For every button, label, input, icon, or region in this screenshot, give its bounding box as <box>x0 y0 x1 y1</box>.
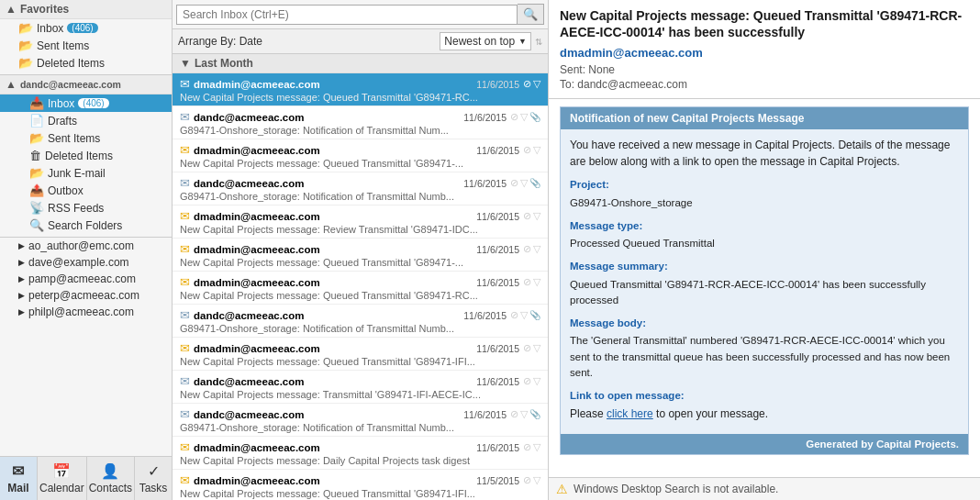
nav-btn-contacts[interactable]: 👤Contacts <box>87 457 135 500</box>
reminder-icon: ▽ <box>533 276 540 288</box>
email-action-icons: ⊘ ▽ <box>523 144 540 156</box>
email-to-meta: To: dandc@acmeeac.com <box>560 78 969 91</box>
email-list-item[interactable]: ✉ dmadmin@acmeeac.com 11/6/2015 ⊘ ▽ New … <box>173 338 548 371</box>
email-preview: New Capital Projects message: Queued Tra… <box>180 488 540 499</box>
nav-btn-calendar[interactable]: 📅Calendar <box>38 457 87 500</box>
email-sender: dmadmin@acmeeac.com <box>194 244 471 255</box>
email-list-item[interactable]: ✉ dmadmin@acmeeac.com 11/6/2015 ⊘ ▽ New … <box>173 437 548 470</box>
sidebar-item-other-account[interactable]: ▶dave@example.com <box>0 254 172 271</box>
arrange-bar: Arrange By: Date Newest on top ▼ ⇅ <box>173 29 548 54</box>
status-bar: ⚠ Windows Desktop Search is not availabl… <box>549 477 980 500</box>
email-date: 11/6/2015 <box>476 277 519 288</box>
email-preview: New Capital Projects message: Daily Capi… <box>180 455 540 466</box>
envelope-icon: ✉ <box>180 440 190 454</box>
sort-dropdown[interactable]: Newest on top ▼ <box>440 32 531 50</box>
sidebar-item-junk[interactable]: 📂 Junk E-mail <box>0 164 172 182</box>
search-input[interactable] <box>176 5 518 25</box>
link-value: Please click here to open your message. <box>570 406 959 422</box>
sidebar-item-sent-fav[interactable]: 📂 Sent Items <box>0 37 172 54</box>
notification-box: Notification of new Capital Projects Mes… <box>560 106 969 454</box>
email-list-item[interactable]: ✉ dandc@acmeeac.com 11/6/2015 ⊘ ▽ 📎 G894… <box>173 404 548 437</box>
inbox-icon: 📂 <box>18 21 33 35</box>
email-sender: dandc@acmeeac.com <box>194 178 458 189</box>
sidebar-item-outbox[interactable]: 📤 Outbox <box>0 182 172 199</box>
attachment-icon: 📎 <box>529 178 540 188</box>
search-bar: 🔍 <box>173 0 548 29</box>
envelope-icon: ✉ <box>180 176 190 190</box>
sidebar-item-other-account[interactable]: ▶ao_author@emc.com <box>0 238 172 254</box>
arrange-label: Arrange By: Date <box>178 35 262 48</box>
sidebar-item-inbox-fav[interactable]: 📂 Inbox (406) <box>0 19 172 37</box>
nav-btn-mail[interactable]: ✉Mail <box>0 457 38 500</box>
email-list-item[interactable]: ✉ dandc@acmeeac.com 11/6/2015 ⊘ ▽ New Ca… <box>173 371 548 404</box>
contacts-nav-icon: 👤 <box>101 462 119 480</box>
message-body-value: The 'General Transmittal' numbered 'G894… <box>570 333 959 381</box>
email-preview: New Capital Projects message: Transmitta… <box>180 389 540 400</box>
link-before: Please <box>570 407 607 420</box>
email-list-item[interactable]: ✉ dmadmin@acmeeac.com 11/6/2015 ⊘ ▽ New … <box>173 206 548 239</box>
sidebar-item-drafts[interactable]: 📄 Drafts <box>0 112 172 129</box>
search-button[interactable]: 🔍 <box>518 4 544 25</box>
project-value: G89471-Onshore_storage <box>570 195 959 211</box>
envelope-icon: ✉ <box>180 275 190 289</box>
sidebar-item-deleted-fav[interactable]: 📂 Deleted Items <box>0 54 172 72</box>
email-list-item[interactable]: ✉ dmadmin@acmeeac.com 11/6/2015 ⊘ ▽ New … <box>173 239 548 272</box>
notification-intro: You have received a new message in Capit… <box>570 137 959 170</box>
deleted-account-icon: 🗑 <box>29 149 41 162</box>
email-date: 11/6/2015 <box>476 343 519 354</box>
email-list-item[interactable]: ✉ dmadmin@acmeeac.com 11/6/2015 ⊘ ▽ New … <box>173 272 548 305</box>
attachment-icon: 📎 <box>529 112 540 122</box>
email-list-item[interactable]: ✉ dmadmin@acmeeac.com 11/6/2015 ⊘ ▽ New … <box>173 139 548 172</box>
email-list-item[interactable]: ✉ dandc@acmeeac.com 11/6/2015 ⊘ ▽ 📎 G894… <box>173 106 548 139</box>
email-date: 11/6/2015 <box>476 79 519 90</box>
sidebar-item-other-account[interactable]: ▶peterp@acmeeac.com <box>0 287 172 304</box>
flag-icon: ⊘ <box>510 177 518 189</box>
mail-nav-icon: ✉ <box>12 462 24 480</box>
flag-icon: ⊘ <box>510 309 518 321</box>
email-action-icons: ⊘ ▽ <box>523 375 540 387</box>
email-preview: G89471-Onshore_storage: Notification of … <box>180 191 540 202</box>
flag-icon: ⊘ <box>523 441 531 453</box>
envelope-icon: ✉ <box>180 308 190 322</box>
email-list-item[interactable]: ✉ dandc@acmeeac.com 11/6/2015 ⊘ ▽ 📎 G894… <box>173 305 548 338</box>
drafts-icon: 📄 <box>29 114 44 128</box>
reminder-icon: ▽ <box>520 111 528 123</box>
email-sender: dandc@acmeeac.com <box>194 112 458 123</box>
email-list-item[interactable]: ✉ dandc@acmeeac.com 11/6/2015 ⊘ ▽ 📎 G894… <box>173 172 548 206</box>
email-detail-panel: New Capital Projects message: Queued Tra… <box>549 0 980 500</box>
nav-section: ✉Mail📅Calendar👤Contacts✓Tasks <box>0 456 172 500</box>
sidebar-item-other-account[interactable]: ▶philpl@acmeeac.com <box>0 304 172 320</box>
favorites-header[interactable]: ▲ Favorites <box>0 0 172 19</box>
sidebar-item-rss[interactable]: 📡 RSS Feeds <box>0 199 172 217</box>
email-date: 11/5/2015 <box>476 475 519 486</box>
sidebar-item-deleted[interactable]: 🗑 Deleted Items <box>0 147 172 164</box>
mail-nav-label: Mail <box>7 482 28 494</box>
email-action-icons: ⊘ ▽ <box>523 441 540 453</box>
envelope-icon: ✉ <box>180 374 190 388</box>
click-here-link[interactable]: click here <box>607 407 653 420</box>
email-action-icons: ⊘ ▽ 📎 <box>510 177 540 189</box>
envelope-icon: ✉ <box>180 242 190 256</box>
nav-btn-tasks[interactable]: ✓Tasks <box>135 457 172 500</box>
email-action-icons: ⊘ ▽ <box>523 210 540 222</box>
sidebar-item-account-inbox[interactable]: 📥 Inbox (406) <box>0 94 172 112</box>
account-header[interactable]: ▲ dandc@acmeeac.com <box>0 75 172 94</box>
tasks-nav-label: Tasks <box>139 482 168 494</box>
tasks-nav-icon: ✓ <box>148 462 160 480</box>
flag-icon: ⊘ <box>523 474 531 486</box>
email-from: dmadmin@acmeeac.com <box>560 46 969 60</box>
outbox-icon: 📤 <box>29 183 44 197</box>
email-list-item[interactable]: ✉ dmadmin@acmeeac.com 11/6/2015 ⊘ ▽ New … <box>173 73 548 106</box>
sidebar-item-search-folders[interactable]: 🔍 Search Folders <box>0 217 172 234</box>
email-action-icons: ⊘ ▽ 📎 <box>510 309 540 321</box>
email-list-item[interactable]: ✉ dmadmin@acmeeac.com 11/5/2015 ⊘ ▽ New … <box>173 470 548 500</box>
flag-icon: ⊘ <box>523 342 531 354</box>
sidebar-item-sent[interactable]: 📂 Sent Items <box>0 129 172 147</box>
calendar-nav-label: Calendar <box>39 482 84 494</box>
notification-box-body: You have received a new message in Capit… <box>561 129 968 433</box>
reminder-icon: ▽ <box>533 210 540 222</box>
sort-dropdown-arrow: ▼ <box>518 37 527 46</box>
sidebar-item-other-account[interactable]: ▶pamp@acmeeac.com <box>0 271 172 287</box>
month-label: Last Month <box>195 57 253 70</box>
status-bar-text: Windows Desktop Search is not available. <box>574 483 778 495</box>
